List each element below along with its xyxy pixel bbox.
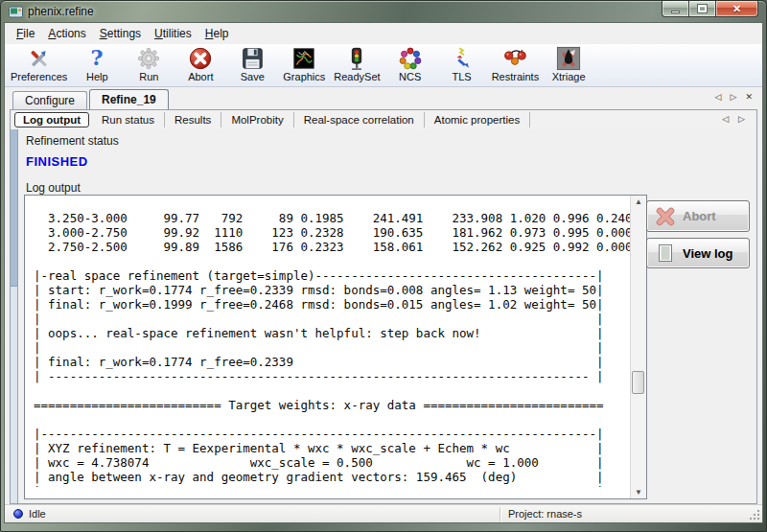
toolbar-abort-button[interactable]: Abort	[174, 46, 226, 82]
project-text: Project: rnase-s	[501, 508, 762, 520]
svg-text:?: ?	[91, 46, 104, 70]
toolbar-graphics-button[interactable]: Graphics	[278, 46, 330, 82]
tab-scroll-right-icon[interactable]: ▷	[731, 92, 737, 102]
log-scrollbar-thumb[interactable]	[632, 371, 644, 394]
restraints-atoms-icon	[502, 46, 527, 71]
ncs-ring-icon	[398, 46, 423, 71]
status-text: Idle	[29, 508, 46, 520]
scroll-up-icon[interactable]: ▲	[631, 197, 646, 206]
window-title: phenix.refine	[28, 5, 94, 18]
toolbar-help-label: Help	[86, 71, 108, 82]
toolbar-ncs-label: NCS	[399, 71, 421, 82]
abort-red-x-icon	[188, 46, 213, 71]
toolbar-readyset-button[interactable]: ReadySet	[330, 46, 384, 82]
tls-molecule-icon	[450, 46, 475, 71]
log-scrollbar[interactable]: ▲ ▼	[630, 196, 646, 498]
scroll-down-icon[interactable]: ▼	[631, 488, 646, 497]
toolbar-tls-label: TLS	[453, 71, 472, 82]
save-floppy-icon	[240, 46, 265, 71]
abort-side-button[interactable]: Abort	[646, 200, 750, 232]
tab-close-icon[interactable]: ✕	[745, 92, 753, 102]
toolbar-abort-label: Abort	[188, 71, 213, 82]
toolbar-save-button[interactable]: Save	[226, 46, 278, 82]
log-output-panel: Refinement status FINISHED Log output 3.…	[11, 129, 756, 503]
window-client-area: FileActionsSettingsUtilitiesHelp Prefere…	[4, 22, 763, 523]
status-dot-icon	[13, 509, 23, 519]
subtab-run-status[interactable]: Run status	[92, 112, 165, 127]
subtab-results[interactable]: Results	[165, 112, 221, 127]
subtab-atomic-properties[interactable]: Atomic properties	[425, 112, 530, 127]
toolbar-readyset-label: ReadySet	[334, 71, 380, 82]
toolbar-xtriage-button[interactable]: Xtriage	[543, 46, 594, 82]
toolbar-help-button[interactable]: ?Help	[71, 46, 123, 82]
panel-scrollbar[interactable]	[11, 129, 18, 503]
subtab-scroll-right-icon[interactable]: ▷	[738, 114, 745, 124]
xtriage-drop-icon	[556, 46, 581, 71]
subtab-real-space-correlation[interactable]: Real-space correlation	[294, 112, 425, 127]
close-button[interactable]: ✕	[715, 1, 758, 17]
refine-19-page: Log outputRun statusResultsMolProbityRea…	[10, 109, 757, 504]
toolbar-xtriage-label: Xtriage	[552, 71, 586, 82]
toolbar-graphics-label: Graphics	[283, 71, 325, 82]
close-icon: ✕	[732, 3, 741, 15]
subtab-scroll-left-icon[interactable]: ◁	[722, 114, 729, 124]
log-output-label: Log output	[26, 181, 81, 195]
toolbar-restraints-button[interactable]: Restraints	[488, 46, 544, 82]
toolbar-tls-button[interactable]: TLS	[436, 46, 488, 82]
toolbar-ncs-button[interactable]: NCS	[384, 46, 436, 82]
menu-bar: FileActionsSettingsUtilitiesHelp	[5, 23, 762, 44]
menu-help[interactable]: Help	[198, 25, 236, 42]
phenix-refine-window: phenix.refine ✕ FileActionsSettingsUtili…	[0, 0, 767, 532]
toolbar-run-button[interactable]: Run	[123, 46, 174, 82]
tab-configure[interactable]: Configure	[12, 91, 87, 109]
abort-x-icon	[656, 207, 675, 226]
minimize-icon	[671, 11, 680, 13]
preferences-tools-icon	[27, 46, 52, 71]
resize-grip[interactable]	[750, 510, 759, 520]
subtab-molprobity[interactable]: MolProbity	[221, 112, 293, 127]
sub-tab-bar: Log outputRun statusResultsMolProbityRea…	[11, 110, 756, 129]
maximize-icon	[698, 5, 707, 12]
graphics-molecule-icon	[291, 46, 316, 71]
toolbar-run-label: Run	[139, 71, 158, 82]
status-bar: Idle Project: rnase-s	[5, 504, 762, 522]
abort-side-button-label: Abort	[683, 209, 716, 223]
help-question-icon: ?	[84, 46, 109, 71]
toolbar-preferences-label: Preferences	[11, 71, 67, 82]
main-tab-bar: ConfigureRefine_19 ◁ ▷ ✕	[5, 89, 762, 109]
app-icon	[9, 6, 23, 18]
tab-scroll-left-icon[interactable]: ◁	[715, 92, 722, 102]
menu-actions[interactable]: Actions	[41, 25, 92, 42]
log-output-text[interactable]: 3.250-3.000 99.77 792 89 0.1985 241.491 …	[25, 208, 630, 487]
panel-scrollbar-thumb[interactable]	[11, 129, 17, 287]
log-output-box: 3.250-3.000 99.77 792 89 0.1985 241.491 …	[24, 195, 647, 499]
minimize-button[interactable]	[662, 1, 689, 17]
toolbar-save-label: Save	[241, 71, 265, 82]
refinement-status-value: FINISHED	[26, 154, 88, 169]
view-log-button-label: View log	[683, 246, 733, 261]
view-log-button[interactable]: View log	[646, 238, 750, 268]
subtab-log-output[interactable]: Log output	[14, 112, 89, 127]
tab-refine-19[interactable]: Refine_19	[89, 89, 169, 109]
toolbar: Preferences?HelpRunAbortSaveGraphicsRead…	[5, 44, 762, 87]
maximize-button[interactable]	[689, 1, 715, 17]
document-list-icon	[656, 243, 675, 263]
menu-file[interactable]: File	[10, 25, 41, 42]
refinement-status-label: Refinement status	[26, 134, 119, 148]
toolbar-restraints-label: Restraints	[492, 71, 540, 82]
run-gear-icon	[136, 46, 161, 71]
readyset-traffic-light-icon	[344, 46, 369, 71]
menu-settings[interactable]: Settings	[93, 25, 148, 42]
toolbar-preferences-button[interactable]: Preferences	[7, 46, 71, 82]
title-bar[interactable]: phenix.refine ✕	[1, 1, 766, 22]
menu-utilities[interactable]: Utilities	[148, 25, 198, 42]
